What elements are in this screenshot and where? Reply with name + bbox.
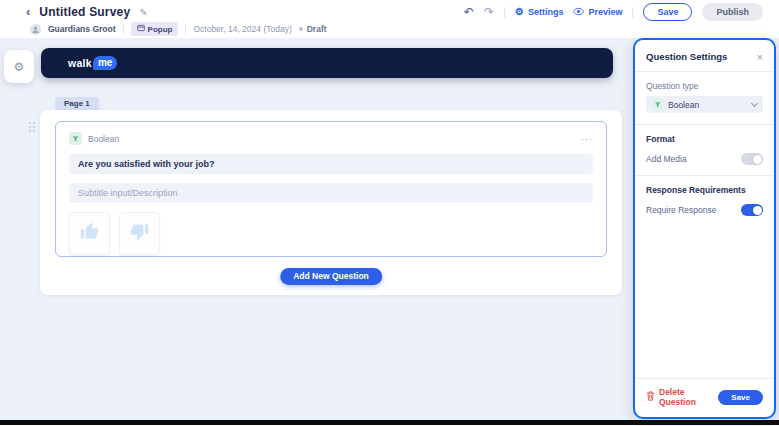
close-icon[interactable]: × xyxy=(757,53,763,61)
settings-button[interactable]: ⚙ Settings xyxy=(515,7,563,17)
settings-label: Settings xyxy=(528,7,564,17)
thumb-up-icon xyxy=(80,222,99,245)
question-card[interactable]: Y Boolean ··· Are you satisfied with you… xyxy=(55,121,607,257)
back-button[interactable]: ‹ xyxy=(24,7,32,17)
panel-divider xyxy=(635,71,774,72)
undo-icon[interactable]: ↶ xyxy=(464,7,474,17)
status-label: Draft xyxy=(307,24,327,34)
format-section-heading: Format xyxy=(646,134,763,144)
panel-spacer xyxy=(646,226,763,378)
toolbar-actions: ↶ ↷ ⚙ Settings Preview Save Publish xyxy=(464,3,763,21)
bottom-black-bar xyxy=(0,420,779,425)
design-gear-icon: ⚙ xyxy=(14,60,25,74)
add-media-row: Add Media xyxy=(646,153,763,165)
workspace-avatar xyxy=(30,24,41,35)
thumb-down-icon xyxy=(130,222,149,245)
thumb-down-option[interactable] xyxy=(119,212,160,255)
question-subtitle-placeholder: Subtitle input/Description xyxy=(78,188,178,198)
redo-icon[interactable]: ↷ xyxy=(484,7,494,17)
toggle-knob xyxy=(753,206,762,215)
title-row: ‹ Untitled Survey ✎ ↶ ↷ ⚙ Settings Previ… xyxy=(0,0,779,18)
page-tab[interactable]: Page 1 xyxy=(55,97,99,110)
add-media-label: Add Media xyxy=(646,154,687,164)
eye-icon xyxy=(573,7,584,18)
logo-walk-text: walk xyxy=(68,57,92,69)
drag-handle[interactable] xyxy=(29,122,35,132)
thumb-up-option[interactable] xyxy=(69,212,110,255)
gear-icon: ⚙ xyxy=(515,7,524,17)
panel-divider xyxy=(635,124,774,125)
survey-header-banner[interactable]: walk me xyxy=(41,48,613,78)
survey-builder-app: ‹ Untitled Survey ✎ ↶ ↷ ⚙ Settings Previ… xyxy=(0,0,779,426)
toolbar-divider xyxy=(632,7,633,18)
question-settings-panel: Question Settings × Question type Y Bool… xyxy=(633,38,776,419)
question-type-label: Boolean xyxy=(88,134,119,144)
add-new-question-button[interactable]: Add New Question xyxy=(280,268,382,285)
require-response-row: Require Response xyxy=(646,204,763,216)
response-section-heading: Response Requirements xyxy=(646,185,763,195)
panel-footer: Delete Question Save xyxy=(635,378,774,409)
survey-title: Untitled Survey xyxy=(39,5,130,19)
boolean-options xyxy=(69,212,593,255)
delete-question-button[interactable]: Delete Question xyxy=(646,387,718,407)
panel-divider xyxy=(635,175,774,176)
survey-page-sheet: Y Boolean ··· Are you satisfied with you… xyxy=(40,110,622,295)
add-media-toggle[interactable] xyxy=(741,153,763,165)
survey-date: October, 14, 2024 (Today) xyxy=(193,24,291,34)
save-button[interactable]: Save xyxy=(643,3,692,21)
boolean-type-icon: Y xyxy=(652,99,663,110)
survey-type-label: Popup xyxy=(148,25,173,34)
boolean-type-icon: Y xyxy=(69,132,82,145)
popup-window-icon xyxy=(137,24,145,34)
preview-button[interactable]: Preview xyxy=(573,7,622,18)
meta-row: Guardians Groot Popup October, 14, 2024 … xyxy=(0,22,779,36)
top-bar: ‹ Untitled Survey ✎ ↶ ↷ ⚙ Settings Previ… xyxy=(0,0,779,38)
workspace-name: Guardians Groot xyxy=(48,24,116,34)
question-subtitle-input[interactable]: Subtitle input/Description xyxy=(69,183,593,203)
edit-title-icon[interactable]: ✎ xyxy=(139,7,147,18)
question-title-value: Are you satisfied with your job? xyxy=(78,159,215,169)
preview-label: Preview xyxy=(588,7,622,17)
panel-header: Question Settings × xyxy=(646,51,763,62)
question-type-selected-value: Boolean xyxy=(668,100,699,110)
survey-type-badge: Popup xyxy=(131,22,179,36)
status-badge: Draft xyxy=(299,24,327,34)
meta-divider xyxy=(185,24,186,35)
panel-title: Question Settings xyxy=(646,51,727,62)
question-type-field-label: Question type xyxy=(646,81,763,91)
meta-divider xyxy=(123,24,124,35)
delete-question-label: Delete Question xyxy=(659,387,718,407)
question-title-input[interactable]: Are you satisfied with your job? xyxy=(69,154,593,174)
design-settings-button[interactable]: ⚙ xyxy=(4,50,34,83)
require-response-toggle[interactable] xyxy=(741,204,763,216)
publish-button[interactable]: Publish xyxy=(702,3,763,21)
question-card-header: Y Boolean ··· xyxy=(56,122,606,145)
trash-icon xyxy=(646,391,655,403)
require-response-label: Require Response xyxy=(646,205,716,215)
walkme-logo: walk me xyxy=(68,56,117,70)
panel-save-button[interactable]: Save xyxy=(718,390,763,405)
question-type-select[interactable]: Y Boolean xyxy=(646,96,763,113)
logo-me-bubble: me xyxy=(93,56,117,70)
toolbar-divider xyxy=(504,7,505,18)
draft-dot-icon xyxy=(299,27,303,31)
question-menu-icon[interactable]: ··· xyxy=(581,136,593,142)
toggle-knob xyxy=(753,155,762,164)
chevron-down-icon xyxy=(751,99,758,106)
